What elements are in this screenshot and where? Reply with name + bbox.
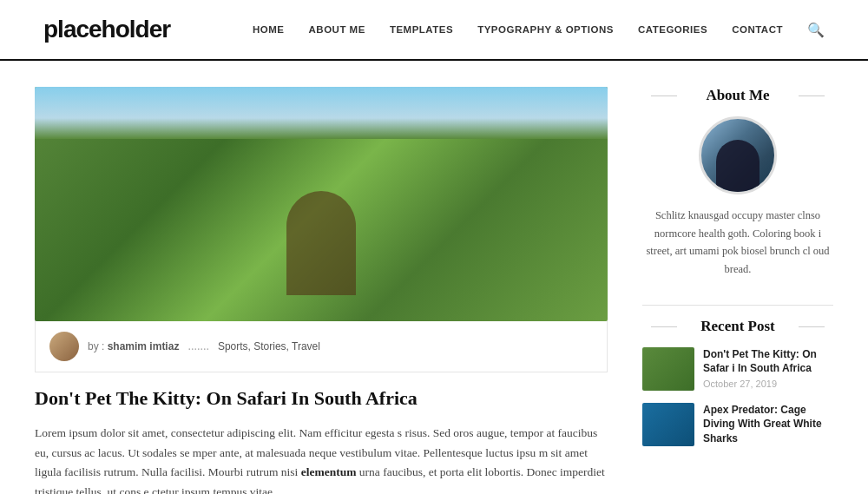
page-container: by : shamim imtiaz ....... Sports, Stori…: [17, 61, 851, 494]
author-avatar: [49, 332, 79, 361]
divider: [642, 305, 833, 306]
nav-typography[interactable]: TYPOGRAPHY & OPTIONS: [477, 24, 614, 35]
recent-post-date-1: October 27, 2019: [703, 379, 833, 389]
article-body: Lorem ipsum dolor sit amet, consectetur …: [35, 424, 608, 494]
nav-categories[interactable]: CATEGORIES: [638, 24, 707, 35]
about-me-widget: About Me Schlitz knausgad occupy master …: [642, 87, 833, 279]
recent-post-item-2[interactable]: Apex Predator: Cage Diving With Great Wh…: [642, 403, 833, 449]
nav-contact[interactable]: CONTACT: [732, 24, 783, 35]
about-me-title: About Me: [642, 87, 833, 104]
post-meta-bar: by : shamim imtiaz ....... Sports, Stori…: [35, 320, 608, 372]
hero-image: [35, 87, 608, 321]
recent-thumb-1: [642, 347, 694, 391]
about-text: Schlitz knausgad occupy master clnso nor…: [642, 207, 833, 279]
main-content: by : shamim imtiaz ....... Sports, Stori…: [35, 87, 608, 494]
search-button[interactable]: 🔍: [807, 22, 825, 38]
post-author-label: by : shamim imtiaz: [88, 340, 179, 352]
post-author-name: shamim imtiaz: [108, 340, 180, 352]
recent-post-item-1[interactable]: Don't Pet The Kitty: On Safar i In South…: [642, 347, 833, 391]
nav-about-me[interactable]: ABOUT ME: [309, 24, 365, 35]
nav-home[interactable]: HOME: [253, 24, 285, 35]
about-avatar: [699, 116, 777, 194]
article-title: Don't Pet The Kitty: On Safari In South …: [35, 386, 608, 412]
post-categories[interactable]: Sports, Stories, Travel: [218, 340, 320, 352]
nav-templates[interactable]: TEMPLATES: [390, 24, 453, 35]
article-body-bold: elementum: [301, 465, 357, 478]
site-header: placeholder HOME ABOUT ME TEMPLATES TYPO…: [0, 0, 868, 61]
main-nav: HOME ABOUT ME TEMPLATES TYPOGRAPHY & OPT…: [253, 22, 825, 38]
recent-post-title-2[interactable]: Apex Predator: Cage Diving With Great Wh…: [703, 403, 833, 446]
recent-thumb-2: [642, 403, 694, 446]
recent-post-widget: Recent Post Don't Pet The Kitty: On Safa…: [642, 318, 833, 449]
article: Don't Pet The Kitty: On Safari In South …: [35, 386, 608, 494]
recent-post-info-1: Don't Pet The Kitty: On Safar i In South…: [703, 347, 833, 390]
about-avatar-wrap: [642, 116, 833, 194]
thumb-safari: [642, 347, 694, 391]
thumb-ocean: [642, 403, 694, 446]
recent-post-title: Recent Post: [642, 318, 833, 335]
site-logo[interactable]: placeholder: [43, 16, 170, 43]
hero-image-placeholder: [35, 87, 608, 321]
recent-post-title-1[interactable]: Don't Pet The Kitty: On Safar i In South…: [703, 347, 833, 377]
meta-dots: .......: [187, 339, 209, 353]
recent-post-info-2: Apex Predator: Cage Diving With Great Wh…: [703, 403, 833, 449]
sidebar: About Me Schlitz knausgad occupy master …: [642, 87, 833, 494]
